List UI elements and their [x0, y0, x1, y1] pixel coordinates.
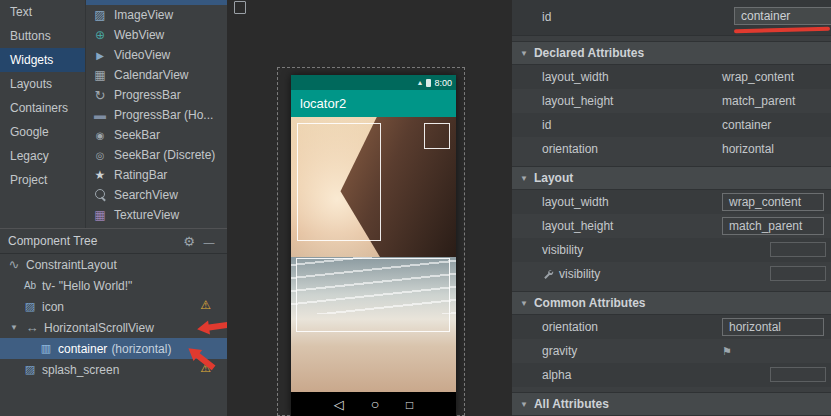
attr-label-text: visibility	[559, 267, 600, 281]
tree-item-label: splash_screen	[42, 363, 119, 377]
attr-row-layout-height: layout_height match_parent	[512, 89, 831, 113]
tree-item-splash-screen[interactable]: splash_screen	[0, 359, 227, 380]
attr-label: layout_width	[512, 70, 722, 84]
section-title: All Attributes	[534, 397, 609, 411]
gear-icon[interactable]	[179, 234, 199, 249]
chevron-down-icon	[520, 400, 528, 409]
palette-category-containers[interactable]: Containers	[0, 96, 85, 120]
tools-visibility-field[interactable]	[770, 266, 826, 281]
palette-category-legacy[interactable]: Legacy	[0, 144, 85, 168]
widget-item-imageview[interactable]: ImageView	[86, 5, 227, 25]
tree-item-label-suffix: (horizontal)	[111, 342, 171, 356]
widget-label: CalendarView	[114, 68, 189, 82]
palette-category-buttons[interactable]: Buttons	[0, 24, 85, 48]
widget-item-webview[interactable]: WebView	[86, 25, 227, 45]
layout-width-combobox[interactable]: wrap_content	[722, 193, 824, 211]
flag-icon[interactable]	[722, 345, 732, 358]
widget-item-ratingbar[interactable]: RatingBar	[86, 165, 227, 185]
view-bounds-overlay[interactable]	[297, 123, 381, 241]
widget-item-progressbar-horizontal[interactable]: ProgressBar (Ho...	[86, 105, 227, 125]
attr-row-visibility: visibility	[512, 238, 831, 262]
widget-item-seekbar[interactable]: SeekBar	[86, 125, 227, 145]
attr-row-gravity: gravity	[512, 339, 831, 363]
palette-category-project[interactable]: Project	[0, 168, 85, 192]
attr-row-layout-height: layout_height match_parent	[512, 214, 831, 238]
attr-label: layout_width	[512, 195, 722, 209]
chevron-down-icon	[520, 49, 528, 58]
section-header-layout[interactable]: Layout	[512, 166, 831, 190]
annotation-underline	[734, 27, 830, 34]
component-tree-title: Component Tree	[8, 234, 179, 248]
canvas-tab-icon[interactable]	[234, 1, 246, 14]
tree-item-icon[interactable]: icon	[0, 296, 227, 317]
view-bounds-overlay[interactable]	[296, 258, 450, 332]
tree-item-horizontalscrollview[interactable]: HorizontalScrollView	[0, 317, 227, 338]
widget-item-progressbar[interactable]: ProgressBar	[86, 85, 227, 105]
warning-icon[interactable]	[200, 361, 211, 375]
webview-icon	[92, 27, 108, 43]
section-header-all-attributes[interactable]: All Attributes	[512, 392, 831, 416]
textureview-icon	[92, 207, 108, 223]
attr-value[interactable]: horizontal	[722, 142, 774, 156]
section-title: Layout	[534, 171, 573, 185]
attr-value[interactable]: wrap_content	[722, 70, 794, 84]
attr-value[interactable]: match_parent	[722, 94, 795, 108]
attr-value[interactable]: container	[722, 118, 771, 132]
widget-item-calendarview[interactable]: CalendarView	[86, 65, 227, 85]
section-header-declared-attributes[interactable]: Declared Attributes	[512, 41, 831, 65]
palette-category-widgets[interactable]: Widgets	[0, 48, 85, 72]
app-bar-title: locator2	[300, 96, 346, 111]
view-bounds-overlay[interactable]	[424, 123, 450, 149]
device-statusbar: 8:00	[291, 75, 456, 90]
attr-label: layout_height	[512, 219, 722, 233]
home-icon	[371, 396, 379, 412]
tree-item-label: ConstraintLayout	[26, 258, 117, 272]
design-surface[interactable]: 8:00 locator2	[227, 0, 511, 416]
wrench-icon	[542, 268, 554, 280]
warning-icon[interactable]	[200, 298, 211, 312]
id-input-field[interactable]: container	[734, 7, 831, 25]
palette-category-layouts[interactable]: Layouts	[0, 72, 85, 96]
tree-item-label: container	[58, 342, 107, 356]
widget-item-videoview[interactable]: VideoView	[86, 45, 227, 65]
attr-label: visibility	[512, 243, 722, 257]
tree-item-textview[interactable]: Ab tv- "Hello World!"	[0, 275, 227, 296]
attr-label: alpha	[512, 368, 722, 382]
tree-item-label: icon	[42, 300, 64, 314]
palette-widget-list: ImageView WebView VideoView CalendarView…	[85, 0, 227, 228]
tree-item-label: tv- "Hello World!"	[42, 279, 132, 293]
expand-arrow-icon[interactable]	[8, 323, 20, 332]
widget-item-searchview[interactable]: SearchView	[86, 185, 227, 205]
tree-item-container[interactable]: container(horizontal)	[0, 338, 227, 359]
device-preview[interactable]: 8:00 locator2	[291, 75, 456, 416]
palette-category-google[interactable]: Google	[0, 120, 85, 144]
section-header-common-attributes[interactable]: Common Attributes	[512, 291, 831, 315]
device-navbar	[291, 392, 456, 416]
background-photo[interactable]	[291, 117, 456, 392]
recents-icon	[406, 397, 413, 412]
palette-category-text[interactable]: Text	[0, 0, 85, 24]
attr-label: id	[542, 10, 551, 24]
chevron-down-icon	[520, 299, 528, 308]
progressbar-icon	[92, 87, 108, 103]
widget-item-textureview[interactable]: TextureView	[86, 205, 227, 225]
imageview-icon	[92, 7, 108, 23]
horizontalscrollview-icon	[24, 320, 40, 335]
seekbar-icon	[92, 127, 108, 143]
minimize-icon[interactable]	[199, 234, 219, 249]
attributes-panel: id container Declared Attributes layout_…	[511, 0, 831, 416]
visibility-field[interactable]	[770, 242, 826, 257]
palette-categories: Text Buttons Widgets Layouts Containers …	[0, 0, 85, 228]
widget-item-seekbar-discrete[interactable]: SeekBar (Discrete)	[86, 145, 227, 165]
attr-label: orientation	[512, 320, 722, 334]
linearlayout-horizontal-icon	[38, 342, 54, 355]
attr-row-orientation: orientation horizontal	[512, 137, 831, 161]
alpha-field[interactable]	[770, 367, 826, 382]
tree-item-constraintlayout[interactable]: ConstraintLayout	[0, 254, 227, 275]
widget-label: TextureView	[114, 208, 179, 222]
app-bar: locator2	[291, 90, 456, 117]
common-attributes-rows: orientation horizontal gravity alpha	[512, 315, 831, 387]
layout-height-combobox[interactable]: match_parent	[722, 217, 824, 235]
progressbar-horizontal-icon	[92, 107, 108, 123]
orientation-combobox[interactable]: horizontal	[722, 318, 824, 336]
